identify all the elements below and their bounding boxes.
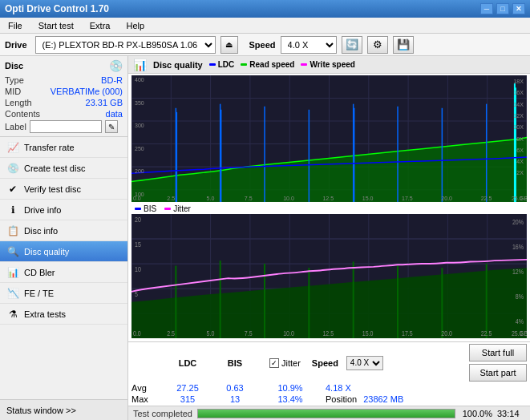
right-panel: 📊 Disc quality LDC Read speed Write spee… — [128, 56, 530, 420]
ldc-color — [209, 63, 216, 66]
svg-text:20.0: 20.0 — [441, 330, 452, 338]
write-speed-color — [301, 63, 307, 66]
svg-text:16X: 16X — [513, 90, 524, 96]
stats-area: LDC BIS ✓ Jitter Speed 4.0 X Start full — [128, 341, 530, 406]
legend-jitter-label: Jitter — [173, 204, 191, 213]
progress-bar-container — [197, 409, 455, 418]
nav-label-disc-quality: Disc quality — [24, 247, 69, 256]
avg-label: Avg — [131, 383, 160, 393]
menu-bar: File Start test Extra Help — [0, 18, 530, 34]
svg-text:20%: 20% — [512, 218, 524, 226]
nav-label-drive-info: Drive info — [24, 205, 61, 215]
sidebar-item-create-test-disc[interactable]: 💿 Create test disc — [0, 158, 127, 179]
svg-text:22.5: 22.5 — [481, 330, 492, 338]
create-test-disc-icon: 💿 — [6, 162, 19, 175]
jitter-color — [164, 208, 171, 210]
progress-time: 33:14 — [497, 409, 525, 418]
close-button[interactable]: ✕ — [512, 3, 525, 14]
sidebar-item-verify-test-disc[interactable]: ✔ Verify test disc — [0, 179, 127, 200]
svg-text:12%: 12% — [512, 268, 524, 276]
disc-section: Disc 💿 Type BD-R MID VERBATIMe (000) Len… — [0, 56, 127, 137]
svg-text:22.5: 22.5 — [481, 196, 492, 202]
svg-text:4%: 4% — [516, 317, 524, 325]
menu-help[interactable]: Help — [121, 19, 149, 32]
max-ldc: 315 — [164, 394, 212, 404]
svg-text:5.0: 5.0 — [207, 330, 215, 338]
svg-text:20.0: 20.0 — [441, 196, 452, 202]
legend-read-speed-label: Read speed — [249, 60, 294, 69]
chart-header: 📊 Disc quality LDC Read speed Write spee… — [128, 56, 530, 74]
menu-file[interactable]: File — [3, 19, 27, 32]
menu-start-test[interactable]: Start test — [34, 19, 79, 32]
chart-icon: 📊 — [133, 59, 147, 71]
jitter-checkbox[interactable]: ✓ — [269, 358, 279, 368]
svg-text:12.5: 12.5 — [322, 330, 334, 338]
svg-text:7.5: 7.5 — [245, 330, 253, 338]
svg-text:14X: 14X — [513, 102, 524, 108]
drive-info-icon: ℹ — [6, 204, 19, 216]
drive-bar: Drive (E:) PLEXTOR BD-R PX-LB950SA 1.06 … — [0, 34, 530, 56]
save-button[interactable]: 💾 — [393, 36, 414, 54]
svg-text:17.5: 17.5 — [402, 330, 413, 338]
max-label: Max — [131, 394, 160, 404]
svg-text:6X: 6X — [516, 147, 524, 154]
jitter-label: Jitter — [281, 358, 301, 368]
svg-text:18X: 18X — [513, 79, 524, 85]
max-bis: 13 — [215, 394, 255, 404]
sidebar-item-fe-te[interactable]: 📉 FE / TE — [0, 283, 127, 304]
svg-text:0.0: 0.0 — [133, 196, 141, 202]
cd-bler-icon: 📊 — [6, 266, 19, 279]
start-full-button[interactable]: Start full — [469, 344, 527, 361]
svg-text:16%: 16% — [512, 243, 524, 251]
position-label: Position — [326, 394, 357, 404]
svg-text:15.0: 15.0 — [362, 330, 374, 338]
nav-label-fe-te: FE / TE — [24, 289, 54, 298]
app-title: Opti Drive Control 1.70 — [5, 3, 109, 14]
fe-te-icon: 📉 — [6, 287, 19, 300]
speed-value-select[interactable]: 4.0 X — [346, 356, 383, 370]
status-text: Test completed — [133, 409, 192, 418]
svg-text:12X: 12X — [513, 113, 524, 119]
nav-label-create-test-disc: Create test disc — [24, 164, 85, 173]
sidebar-item-disc-quality[interactable]: 🔍 Disc quality — [0, 241, 127, 262]
eject-button[interactable]: ⏏ — [220, 36, 238, 54]
progress-area: Test completed 100.0% 33:14 — [128, 406, 530, 420]
drive-select[interactable]: (E:) PLEXTOR BD-R PX-LB950SA 1.06 — [35, 36, 216, 54]
label-input[interactable] — [30, 120, 102, 133]
minimize-button[interactable]: ─ — [480, 3, 493, 14]
disc-section-title: Disc — [5, 61, 23, 71]
nav-label-transfer-rate: Transfer rate — [24, 143, 75, 152]
status-window-label: Status window >> — [6, 406, 76, 415]
svg-text:2.5: 2.5 — [167, 196, 175, 202]
top-chart: 18X 16X 14X 12X 10X 8X 6X 4X 2X 400 350 … — [131, 75, 527, 202]
refresh-button[interactable]: 🔄 — [342, 36, 362, 54]
disc-info-icon: 📋 — [6, 224, 19, 237]
status-window-button[interactable]: Status window >> — [0, 399, 127, 420]
stats-bis-header: BIS — [215, 358, 255, 368]
position-value: 23862 MB — [363, 394, 403, 404]
maximize-button[interactable]: □ — [496, 3, 509, 14]
sidebar-item-drive-info[interactable]: ℹ Drive info — [0, 200, 127, 220]
disc-icon: 💿 — [109, 59, 123, 72]
extra-tests-icon: ⚗ — [6, 308, 19, 321]
avg-ldc: 27.25 — [164, 383, 212, 393]
title-bar: Opti Drive Control 1.70 ─ □ ✕ — [0, 0, 530, 18]
menu-extra[interactable]: Extra — [85, 19, 115, 32]
bis-chart-svg: 20% 16% 12% 8% 4% 20 15 10 5 0.0 2.5 5.0… — [131, 214, 527, 338]
speed-select[interactable]: 4.0 X — [281, 36, 337, 54]
settings-button[interactable]: ⚙ — [367, 36, 388, 54]
svg-text:250: 250 — [135, 146, 144, 152]
label-edit-button[interactable]: ✎ — [105, 120, 118, 133]
progress-bar-fill — [198, 410, 455, 418]
sidebar-item-extra-tests[interactable]: ⚗ Extra tests — [0, 304, 127, 325]
sidebar-item-transfer-rate[interactable]: 📈 Transfer rate — [0, 137, 127, 158]
sidebar-item-cd-bler[interactable]: 📊 CD Bler — [0, 262, 127, 283]
svg-text:400: 400 — [135, 77, 144, 83]
title-bar-buttons: ─ □ ✕ — [480, 3, 525, 14]
start-part-button[interactable]: Start part — [469, 364, 527, 382]
nav-label-cd-bler: CD Bler — [24, 268, 55, 277]
legend-write-speed: Write speed — [301, 60, 355, 69]
sidebar-item-disc-info[interactable]: 📋 Disc info — [0, 220, 127, 241]
main-layout: Disc 💿 Type BD-R MID VERBATIMe (000) Len… — [0, 56, 530, 420]
svg-text:2.5: 2.5 — [167, 330, 175, 338]
